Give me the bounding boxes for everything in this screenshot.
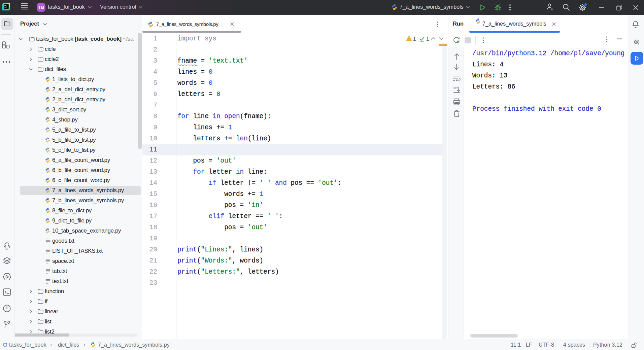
svg-text:PC: PC	[4, 4, 7, 7]
